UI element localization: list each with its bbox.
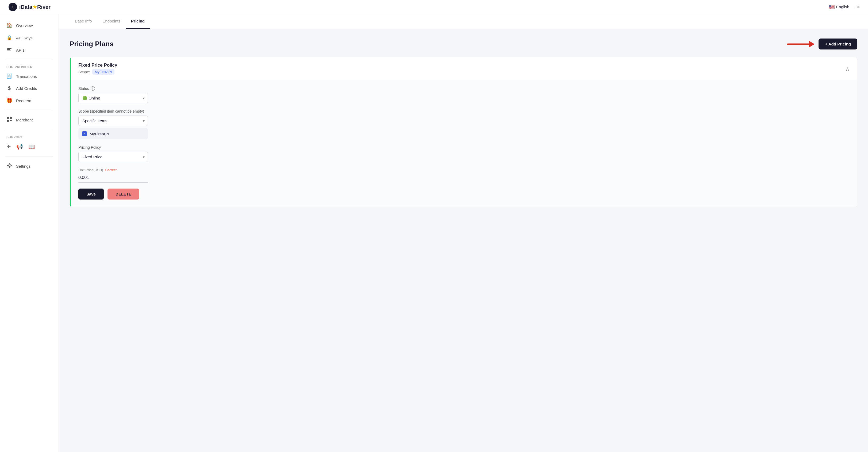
announcements-icon[interactable]: 📢 [16, 143, 23, 150]
svg-rect-0 [7, 48, 11, 49]
logo-text: iData★River [19, 4, 51, 10]
pricing-card-body: Status i 🟢 Online ⚫ Offline ▾ [70, 80, 857, 207]
scope-select[interactable]: Specific Items All Items [79, 116, 148, 126]
svg-rect-7 [11, 120, 11, 121]
logout-icon[interactable]: ⇥ [855, 3, 860, 10]
topbar-right: 🇺🇸 English ⇥ [829, 3, 860, 10]
sidebar-item-merchant[interactable]: Merchant [0, 113, 59, 126]
pricing-card-scope: Scope: MyFirstAPI [79, 69, 117, 74]
red-arrow-icon [786, 39, 818, 50]
sidebar-divider-3 [5, 130, 53, 130]
add-pricing-button[interactable]: + Add Pricing [818, 38, 857, 50]
checkmark-icon: ✓ [83, 132, 86, 135]
status-label: Status i [79, 86, 849, 91]
checkbox-label: MyFirstAPI [90, 131, 109, 136]
sidebar-label-transactions: Transations [16, 74, 37, 79]
pricing-card: Fixed Price Policy Scope: MyFirstAPI ∧ S… [69, 57, 857, 207]
status-info-icon[interactable]: i [91, 86, 95, 91]
transactions-icon: 🧾 [6, 73, 12, 79]
content-area: Pricing Plans + Add Pricing Fixed Price … [59, 29, 868, 217]
main-content: Base Info Endpoints Pricing Pricing Plan… [59, 14, 868, 452]
sidebar-divider-4 [5, 156, 53, 156]
pricing-policy-label: Pricing Policy [79, 145, 849, 150]
api-checkbox-item[interactable]: ✓ MyFirstAPI [79, 128, 148, 139]
docs-icon[interactable]: 📖 [28, 143, 35, 150]
status-select[interactable]: 🟢 Online ⚫ Offline [79, 93, 148, 103]
topbar: 1 iData★River 🇺🇸 English ⇥ [0, 0, 868, 14]
page-header-row: Pricing Plans + Add Pricing [69, 38, 857, 50]
sidebar-divider-2 [5, 110, 53, 110]
scope-label: Scope: [79, 70, 90, 74]
tabs-bar: Base Info Endpoints Pricing [59, 14, 868, 29]
sidebar-item-api-keys[interactable]: 🔒 API Keys [0, 32, 59, 44]
support-icons-row: ✈ 📢 📖 [0, 140, 59, 153]
pricing-card-header: Fixed Price Policy Scope: MyFirstAPI ∧ [70, 57, 857, 80]
sidebar-divider-1 [5, 60, 53, 60]
svg-rect-5 [7, 120, 9, 122]
checkbox-box: ✓ [82, 131, 87, 136]
sidebar-label-apis: APIs [16, 48, 25, 53]
svg-point-8 [8, 165, 10, 167]
tab-base-info[interactable]: Base Info [69, 14, 97, 29]
sidebar-item-add-credits[interactable]: $ Add Credits [0, 82, 59, 94]
sidebar-label-settings: Settings [16, 164, 30, 169]
settings-icon [6, 163, 12, 170]
svg-rect-1 [7, 49, 10, 50]
pricing-card-title: Fixed Price Policy [79, 63, 117, 68]
credits-icon: $ [6, 86, 12, 91]
logo-icon: 1 [8, 3, 17, 11]
tab-endpoints[interactable]: Endpoints [97, 14, 126, 29]
sidebar-label-overview: Overview [16, 23, 33, 28]
unit-price-input[interactable] [79, 173, 148, 183]
sidebar-item-apis[interactable]: APIs [0, 44, 59, 56]
support-label: Support [0, 133, 59, 140]
logo: 1 iData★River [8, 3, 51, 11]
apis-icon [6, 47, 12, 53]
sidebar-label-redeem: Redeem [16, 98, 31, 103]
collapse-button[interactable]: ∧ [845, 65, 849, 72]
delete-button[interactable]: DELETE [107, 188, 139, 200]
tab-pricing[interactable]: Pricing [126, 14, 150, 29]
merchant-icon [6, 117, 12, 123]
flag-icon: 🇺🇸 [829, 4, 835, 10]
svg-rect-2 [7, 51, 11, 51]
sidebar: 🏠 Overview 🔒 API Keys APIs For Provider … [0, 14, 59, 452]
home-icon: 🏠 [6, 23, 12, 28]
scope-group: Scope (specified item cannot be empty) S… [79, 109, 849, 139]
page-title: Pricing Plans [69, 40, 114, 48]
scope-field-label: Scope (specified item cannot be empty) [79, 109, 849, 113]
for-provider-label: For Provider [0, 63, 59, 70]
sidebar-item-overview[interactable]: 🏠 Overview [0, 19, 59, 32]
unit-price-label: Unit Price(USD) [79, 168, 103, 172]
svg-rect-4 [10, 117, 12, 119]
add-pricing-area: + Add Pricing [786, 38, 857, 50]
status-select-wrapper: 🟢 Online ⚫ Offline ▾ [79, 93, 148, 103]
scope-badge: MyFirstAPI [92, 69, 115, 74]
unit-price-group: Unit Price(USD) Correct [79, 168, 849, 183]
pricing-policy-select[interactable]: Fixed Price Pay Per Use Subscription [79, 152, 148, 162]
scope-select-wrapper: Specific Items All Items ▾ [79, 116, 148, 126]
sidebar-label-merchant: Merchant [16, 118, 33, 122]
sidebar-label-api-keys: API Keys [16, 36, 33, 40]
language-selector[interactable]: 🇺🇸 English [829, 4, 849, 10]
pricing-policy-group: Pricing Policy Fixed Price Pay Per Use S… [79, 145, 849, 162]
action-row: Save DELETE [79, 188, 849, 200]
telegram-icon[interactable]: ✈ [6, 143, 11, 150]
language-label: English [836, 4, 849, 9]
correct-badge: Correct [105, 168, 117, 172]
sidebar-item-settings[interactable]: Settings [0, 160, 59, 173]
sidebar-item-transactions[interactable]: 🧾 Transations [0, 70, 59, 82]
redeem-icon: 🎁 [6, 98, 12, 103]
pricing-policy-select-wrapper: Fixed Price Pay Per Use Subscription ▾ [79, 152, 148, 162]
sidebar-label-add-credits: Add Credits [16, 86, 37, 91]
svg-rect-3 [7, 117, 9, 119]
unit-price-label-row: Unit Price(USD) Correct [79, 168, 849, 172]
status-group: Status i 🟢 Online ⚫ Offline ▾ [79, 86, 849, 103]
pricing-card-info: Fixed Price Policy Scope: MyFirstAPI [79, 63, 117, 74]
sidebar-item-redeem[interactable]: 🎁 Redeem [0, 94, 59, 107]
layout: 🏠 Overview 🔒 API Keys APIs For Provider … [0, 14, 868, 452]
lock-icon: 🔒 [6, 35, 12, 41]
save-button[interactable]: Save [79, 188, 104, 200]
